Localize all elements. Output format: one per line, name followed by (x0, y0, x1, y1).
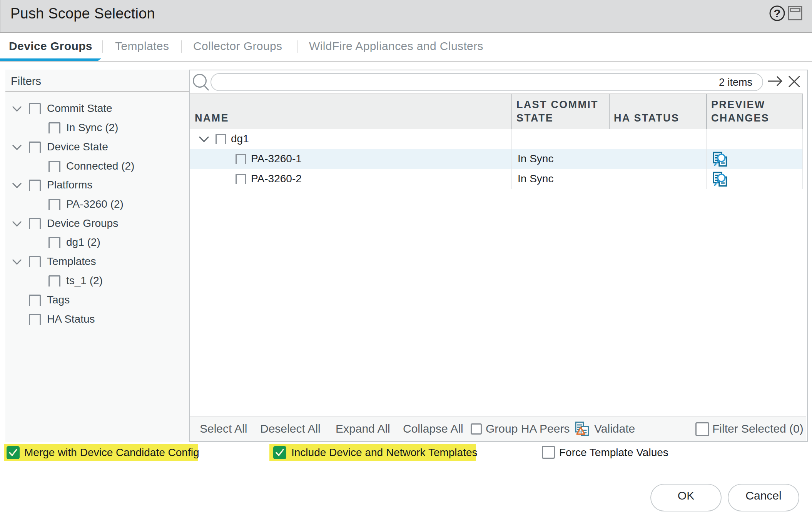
svg-text:?: ? (774, 7, 780, 20)
